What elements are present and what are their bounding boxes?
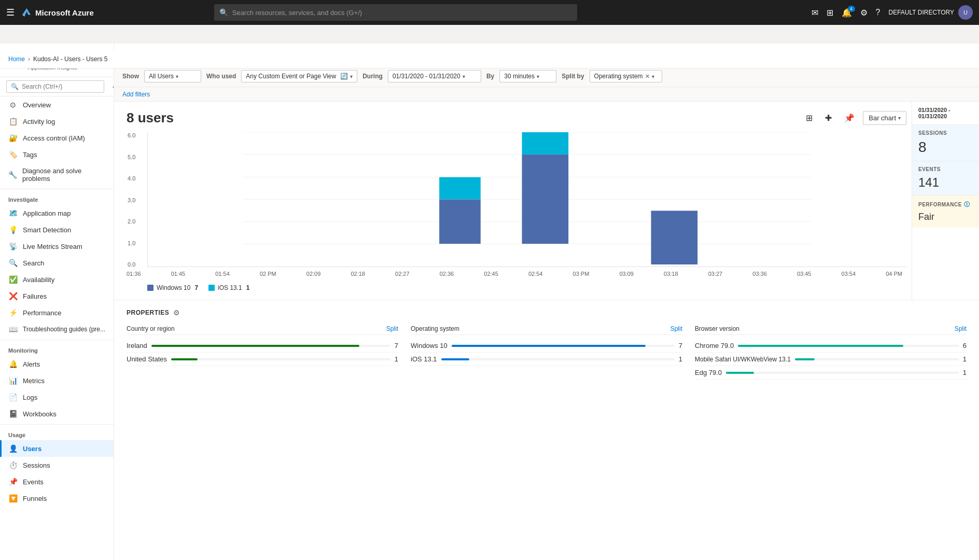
sidebar-divider-1 [0, 189, 114, 189]
sidebar-nav-tags[interactable]: 🏷️ Tags [0, 146, 114, 163]
legend-label-ios: iOS 13.1 [218, 284, 242, 291]
global-search-input[interactable] [232, 9, 572, 17]
sidebar-item-search[interactable]: 🔍 Search [0, 255, 114, 271]
right-panel: 01/31/2020 - 01/31/2020 SESSIONS 8 EVENT… [912, 102, 979, 300]
properties-settings-icon[interactable]: ⚙ [173, 309, 180, 317]
hamburger-menu-icon[interactable]: ☰ [6, 7, 15, 18]
sidebar-item-funnels[interactable]: 🔽 Funnels [0, 490, 114, 507]
breadcrumb-current: Kudos-AI - Users - Users 5 [33, 55, 107, 63]
sidebar-item-smart-detection[interactable]: 💡 Smart Detection [0, 221, 114, 238]
help-icon[interactable]: ? [876, 8, 880, 17]
chart-type-chevron-icon: ▾ [898, 115, 901, 121]
x-axis-labels: 01:36 01:45 01:54 02 PM 02:09 02:18 02:2… [127, 271, 902, 277]
show-filter-chevron-icon: ▾ [176, 74, 178, 79]
prop-bar-win10-container [452, 345, 675, 347]
sidebar-item-workbooks[interactable]: 📓 Workbooks [0, 405, 114, 422]
prop-name-edge: Edg 79.0 [695, 369, 722, 376]
prop-col-browser-split[interactable]: Split [955, 325, 967, 332]
troubleshooting-icon: 📖 [8, 325, 18, 333]
prop-row-safari: Mobile Safari UI/WKWebView 13.1 1 [695, 353, 967, 366]
prop-value-win10: 7 [679, 342, 682, 349]
availability-icon: ✅ [8, 275, 18, 284]
prop-col-browser-title: Browser version [695, 325, 739, 332]
sidebar-item-performance[interactable]: ⚡ Performance [0, 304, 114, 321]
user-directory-label: DEFAULT DIRECTORY [889, 9, 954, 16]
sidebar-nav-activity-log[interactable]: 📋 Activity log [0, 113, 114, 130]
during-filter-dropdown[interactable]: 01/31/2020 - 01/31/2020 ▾ [388, 70, 481, 82]
sidebar-item-troubleshooting[interactable]: 📖 Troubleshooting guides (pre... [0, 321, 114, 338]
prop-row-edge: Edg 79.0 1 [695, 366, 967, 380]
chart-area-container: 8 users ⊞ ✚ 📌 Bar chart ▾ 0.0 [114, 102, 979, 300]
performance-info-icon[interactable]: ⓘ [964, 201, 970, 208]
chart-grid-icon[interactable]: ⊞ [802, 110, 817, 125]
sidebar-item-availability[interactable]: ✅ Availability [0, 271, 114, 288]
sidebar-search-input[interactable] [22, 83, 100, 90]
sidebar-item-alerts-label: Alerts [23, 360, 40, 368]
prop-bar-ireland-container [151, 345, 390, 347]
user-profile[interactable]: DEFAULT DIRECTORY U [889, 5, 973, 20]
global-search-bar[interactable]: 🔍 [214, 4, 577, 21]
split-by-filter-value: Operating system [594, 73, 643, 80]
sidebar-item-sessions[interactable]: ⏱️ Sessions [0, 457, 114, 473]
by-filter-label: By [486, 73, 494, 80]
refresh-who-used-icon[interactable]: 🔄 [340, 73, 348, 80]
by-filter-dropdown[interactable]: 30 minutes ▾ [499, 70, 556, 82]
prop-col-os-split[interactable]: Split [670, 325, 682, 332]
logs-icon: 📄 [8, 393, 18, 401]
sidebar-item-application-map[interactable]: 🗺️ Application map [0, 205, 114, 221]
chart-legend: Windows 10 7 iOS 13.1 1 [127, 284, 906, 291]
email-icon[interactable]: ✉ [812, 8, 818, 18]
breadcrumb: Home › Kudos-AI - Users - Users 5 [0, 50, 979, 68]
prop-bar-us-container [171, 358, 390, 360]
sidebar-collapse-button[interactable]: « [108, 79, 114, 94]
add-filters-link[interactable]: Add filters [122, 91, 150, 98]
show-filter-dropdown[interactable]: All Users ▾ [144, 70, 201, 82]
prop-bar-chrome [738, 345, 903, 347]
prop-value-ireland: 7 [395, 342, 398, 349]
sidebar-nav-diagnose[interactable]: 🔧 Diagnose and solve problems [0, 163, 114, 187]
sidebar-item-performance-label: Performance [23, 309, 61, 317]
prop-bar-ios-container [441, 358, 675, 360]
prop-bar-ireland [151, 345, 359, 347]
access-control-icon: 🔐 [8, 134, 18, 142]
who-used-filter-dropdown[interactable]: Any Custom Event or Page View 🔄 ▾ [241, 70, 357, 82]
sidebar-item-alerts[interactable]: 🔔 Alerts [0, 356, 114, 372]
prop-row-us: United States 1 [127, 353, 398, 366]
sidebar-item-logs[interactable]: 📄 Logs [0, 389, 114, 405]
notifications-icon[interactable]: 🔔 4 [842, 8, 852, 18]
events-label: EVENTS [918, 166, 973, 172]
prop-row-ios: iOS 13.1 1 [411, 353, 682, 366]
sidebar-item-live-metrics[interactable]: 📡 Live Metrics Stream [0, 238, 114, 255]
sidebar-item-logs-label: Logs [23, 394, 37, 401]
split-by-clear-icon[interactable]: ✕ [645, 73, 650, 80]
sidebar-search-box[interactable]: 🔍 [6, 80, 104, 93]
sidebar-item-events[interactable]: 📌 Events [0, 473, 114, 490]
property-column-browser: Browser version Split Chrome 79.0 6 Mobi… [695, 325, 967, 380]
azure-logo: Microsoft Azure [21, 7, 94, 18]
bar-chart-svg [147, 132, 906, 267]
events-icon: 📌 [8, 478, 18, 486]
chart-pin-icon[interactable]: 📌 [840, 110, 859, 125]
sidebar-nav-access-control[interactable]: 🔐 Access control (IAM) [0, 130, 114, 146]
chart-add-icon[interactable]: ✚ [821, 110, 836, 125]
sidebar-nav-overview[interactable]: ⊙ Overview [0, 96, 114, 113]
sidebar-item-metrics[interactable]: 📊 Metrics [0, 372, 114, 389]
settings-icon[interactable]: ⚙ [860, 8, 868, 18]
sidebar-item-failures[interactable]: ❌ Failures [0, 288, 114, 304]
legend-value-win10: 7 [194, 284, 198, 291]
alerts-icon: 🔔 [8, 360, 18, 368]
sidebar-item-metrics-label: Metrics [23, 377, 45, 385]
properties-title: PROPERTIES [127, 309, 169, 316]
top-bar-icons-group: ✉ ⊞ 🔔 4 ⚙ ? DEFAULT DIRECTORY U [812, 5, 973, 20]
who-used-filter-value: Any Custom Event or Page View [246, 73, 336, 80]
chart-type-dropdown[interactable]: Bar chart ▾ [863, 111, 906, 125]
sidebar-nav-overview-label: Overview [23, 101, 51, 109]
prop-col-country-split[interactable]: Split [386, 325, 398, 332]
sidebar-item-users[interactable]: 👤 Users [0, 440, 114, 457]
breadcrumb-home[interactable]: Home [8, 55, 25, 63]
filter-bar: Show All Users ▾ Who used Any Custom Eve… [114, 66, 979, 87]
prop-row-ireland: Ireland 7 [127, 339, 398, 353]
portal-icon[interactable]: ⊞ [827, 8, 833, 18]
split-by-filter-dropdown[interactable]: Operating system ✕ ▾ [590, 70, 662, 82]
sidebar-divider-3 [0, 424, 114, 425]
